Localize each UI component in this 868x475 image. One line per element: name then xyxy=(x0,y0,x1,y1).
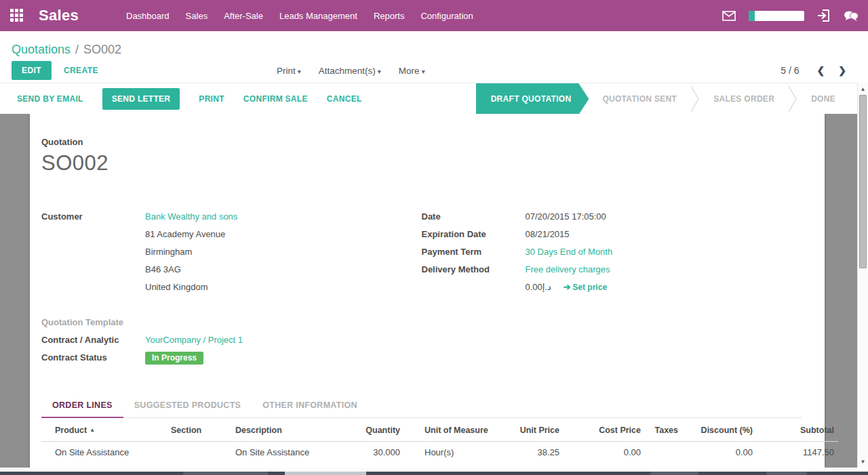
cell-cost-price[interactable]: 0.00 xyxy=(564,463,645,468)
nav-menu: Dashboard Sales After-Sale Leads Managem… xyxy=(118,1,481,31)
set-price-button[interactable]: ➔Set price xyxy=(563,283,607,292)
step-chevron-icon xyxy=(788,83,797,115)
cell-uom[interactable]: Hour(s) xyxy=(404,442,489,463)
col-header-product[interactable]: Product▲ xyxy=(41,419,167,442)
col-header-taxes[interactable]: Taxes xyxy=(645,419,682,442)
cell-unit-price[interactable]: 38.25 xyxy=(489,442,564,463)
nav-item-after-sale[interactable]: After-Sale xyxy=(216,1,271,31)
send-by-email-button[interactable]: SEND BY EMAIL xyxy=(17,94,83,104)
chat-bubbles-icon[interactable] xyxy=(844,8,859,23)
col-header-unit-of-measure[interactable]: Unit of Measure xyxy=(404,419,489,442)
pager-count: 5 / 6 xyxy=(781,65,799,76)
form-statusbar: SEND BY EMAIL SEND LETTER PRINT CONFIRM … xyxy=(0,83,868,114)
delivery-method-label: Delivery Method xyxy=(422,261,526,278)
scroll-up-icon[interactable]: ▲ xyxy=(858,84,868,94)
cell-quantity[interactable]: 30.000 xyxy=(343,442,404,463)
toolbar-dropdowns: Print▾ Attachment(s)▾ More▾ xyxy=(277,66,443,76)
cell-section[interactable] xyxy=(167,463,231,468)
app-title[interactable]: Sales xyxy=(39,7,79,24)
nav-item-sales[interactable]: Sales xyxy=(178,1,216,31)
vertical-scrollbar[interactable]: ▲ ▼ xyxy=(857,83,868,468)
taskbar-edge xyxy=(0,472,868,475)
chevron-down-icon: ▾ xyxy=(298,68,301,75)
col-header-quantity[interactable]: Quantity xyxy=(343,419,404,442)
planner-progress-bar[interactable] xyxy=(749,11,804,21)
sort-ascending-icon: ▲ xyxy=(90,427,95,433)
cancel-button[interactable]: CANCEL xyxy=(327,94,362,104)
step-draft-quotation[interactable]: DRAFT QUOTATION xyxy=(476,83,589,115)
breadcrumb-current-record: SO002 xyxy=(83,43,121,57)
nav-item-dashboard[interactable]: Dashboard xyxy=(118,1,178,31)
step-chevron-icon xyxy=(690,83,700,115)
date-label: Date xyxy=(422,208,526,226)
tab-suggested-products[interactable]: SUGGESTED PRODUCTS xyxy=(123,395,252,417)
scroll-down-icon[interactable]: ▼ xyxy=(858,457,868,466)
tab-other-information[interactable]: OTHER INFORMATION xyxy=(252,395,368,417)
record-pager: 5 / 6 ❮ ❯ xyxy=(781,65,853,76)
chevron-down-icon: ▾ xyxy=(422,68,425,75)
cell-description[interactable]: Service on demand xyxy=(231,463,343,468)
scrollbar-thumb[interactable] xyxy=(859,95,867,268)
step-done[interactable]: DONE xyxy=(797,83,849,115)
top-navbar: Sales Dashboard Sales After-Sale Leads M… xyxy=(0,0,868,31)
customer-address-line: B46 3AG xyxy=(145,261,422,278)
cell-section[interactable] xyxy=(167,442,231,463)
cell-subtotal[interactable]: 1800.00 xyxy=(757,463,838,468)
cell-unit-price[interactable]: 75.00 xyxy=(489,463,564,468)
notebook-tabs: ORDER LINES SUGGESTED PRODUCTS OTHER INF… xyxy=(41,395,802,418)
apps-grid-icon[interactable] xyxy=(10,9,24,22)
col-header-cost-price[interactable]: Cost Price xyxy=(564,419,645,442)
nav-item-leads-management[interactable]: Leads Management xyxy=(271,1,366,31)
cell-uom[interactable]: Hour(s) xyxy=(404,463,489,468)
cell-subtotal[interactable]: 1147.50 xyxy=(757,442,838,463)
cell-quantity[interactable]: 24.000 xyxy=(343,463,404,468)
send-letter-button[interactable]: SEND LETTER xyxy=(102,88,180,110)
more-dropdown[interactable]: More▾ xyxy=(399,66,425,76)
pager-next-icon[interactable]: ❯ xyxy=(831,65,853,76)
contract-analytic-link[interactable]: YourCompany / Project 1 xyxy=(145,335,243,345)
record-name: SO002 xyxy=(41,151,802,175)
nav-item-reports[interactable]: Reports xyxy=(366,1,413,31)
quotation-template-label: Quotation Template xyxy=(41,314,145,331)
breadcrumb-quotations-link[interactable]: Quotations xyxy=(12,43,71,57)
cell-discount[interactable]: 0.00 xyxy=(682,442,757,463)
customer-address-line: Birmingham xyxy=(145,243,422,261)
col-header-subtotal[interactable]: Subtotal xyxy=(757,419,838,442)
cell-taxes[interactable] xyxy=(645,442,682,463)
cell-description[interactable]: On Site Assistance xyxy=(231,442,343,463)
status-steps: DRAFT QUOTATION QUOTATION SENT SALES ORD… xyxy=(476,83,849,115)
order-lines-table: Product▲ Section Description Quantity Un… xyxy=(41,419,838,468)
order-line-row[interactable]: On Site Monitoring Service on demand 24.… xyxy=(41,463,838,468)
pager-previous-icon[interactable]: ❮ xyxy=(810,65,832,76)
col-header-description[interactable]: Description xyxy=(231,419,343,442)
cell-discount[interactable]: 0.00 xyxy=(682,463,757,468)
col-header-section[interactable]: Section xyxy=(167,419,231,442)
dates-group: Date 07/20/2015 17:05:00 Expiration Date… xyxy=(422,208,802,296)
cell-product[interactable]: On Site Assistance xyxy=(41,442,167,463)
step-sales-order[interactable]: SALES ORDER xyxy=(700,83,788,115)
customer-address-line: United Kingdom xyxy=(145,278,422,296)
cell-taxes[interactable] xyxy=(645,463,682,468)
order-line-row[interactable]: On Site Assistance On Site Assistance 30… xyxy=(41,442,838,463)
attachments-dropdown[interactable]: Attachment(s)▾ xyxy=(319,66,381,76)
cell-product[interactable]: On Site Monitoring xyxy=(41,463,167,468)
col-header-discount[interactable]: Discount (%) xyxy=(682,419,757,442)
edit-button[interactable]: EDIT xyxy=(12,61,52,80)
cell-cost-price[interactable]: 0.00 xyxy=(564,442,645,463)
tab-order-lines[interactable]: ORDER LINES xyxy=(41,395,123,418)
breadcrumb: Quotations / SO002 xyxy=(0,31,868,58)
customer-link[interactable]: Bank Wealthy and sons xyxy=(145,211,237,222)
print-button[interactable]: PRINT xyxy=(199,94,224,104)
payment-term-link[interactable]: 30 Days End of Month xyxy=(526,247,613,257)
envelope-icon[interactable] xyxy=(722,8,736,23)
confirm-sale-button[interactable]: CONFIRM SALE xyxy=(243,94,308,104)
sign-in-icon[interactable] xyxy=(816,8,831,23)
customer-label: Customer xyxy=(41,208,145,226)
nav-item-configuration[interactable]: Configuration xyxy=(412,1,481,31)
print-dropdown[interactable]: Print▾ xyxy=(277,66,301,76)
create-button[interactable]: CREATE xyxy=(64,66,98,75)
step-quotation-sent[interactable]: QUOTATION SENT xyxy=(589,83,690,115)
customer-address-line: 81 Academy Avenue xyxy=(145,226,422,243)
col-header-unit-price[interactable]: Unit Price xyxy=(489,419,564,442)
delivery-method-link[interactable]: Free delivery charges xyxy=(526,264,610,274)
